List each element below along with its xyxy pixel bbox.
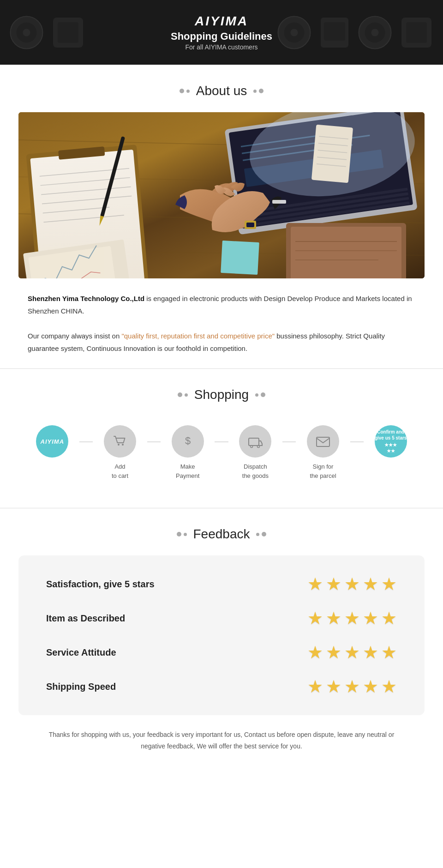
dispatch-icon [247, 434, 263, 449]
step-sign-label: Sign forthe parcel [310, 462, 336, 480]
svg-point-60 [122, 444, 124, 446]
feedback-title: Feedback [193, 527, 250, 542]
dot [261, 392, 265, 397]
dot [178, 392, 182, 397]
dot [259, 89, 263, 93]
star-5: ★ [381, 642, 397, 663]
step-payment-label: MakePayment [176, 462, 199, 480]
star-2: ★ [326, 676, 341, 697]
star-2: ★ [326, 608, 341, 628]
dot [262, 532, 266, 536]
about-highlight: "quality first, reputation first and com… [121, 332, 275, 340]
dots-right-feedback [256, 532, 266, 536]
feedback-row-shipping: Shipping Speed ★ ★ ★ ★ ★ [46, 676, 397, 697]
about-paragraph-1: Shenzhen Yima Technology Co.,Ltd is enga… [28, 292, 415, 317]
about-title: About us [196, 84, 247, 98]
confirm-text: Confirm andgive us 5 stars [375, 429, 407, 441]
brand-logo: AIYIMA [171, 14, 272, 29]
svg-rect-65 [317, 437, 329, 446]
speaker-icon-1 [9, 15, 44, 50]
cart-icon [112, 434, 128, 449]
header-center: AIYIMA Shopping Guidelines For all AIYIM… [171, 14, 272, 51]
feedback-row-service: Service Attitude ★ ★ ★ ★ ★ [46, 642, 397, 663]
header: AIYIMA Shopping Guidelines For all AIYIM… [0, 0, 443, 65]
feedback-label-service: Service Attitude [46, 647, 175, 658]
svg-rect-58 [246, 223, 254, 227]
step-brand: AIYIMA [18, 425, 86, 471]
star-3: ★ [344, 642, 360, 663]
star-1: ★ [307, 608, 323, 628]
divider-feedback [0, 508, 443, 508]
svg-point-64 [257, 446, 260, 448]
speaker-icon-3 [277, 15, 311, 50]
brand-icon-text: AIYIMA [41, 438, 65, 445]
brand-icon: AIYIMA [36, 425, 68, 458]
footer-text: Thanks for shopping with us, your feedba… [37, 729, 406, 752]
dots-left-feedback [177, 532, 187, 536]
dots-right [253, 89, 263, 93]
payment-icon: $ [180, 434, 196, 449]
feedback-label-satisfaction: Satisfaction, give 5 stars [46, 579, 175, 590]
step-dispatch-label: Dispatchthe goods [242, 462, 269, 480]
envelope-icon [315, 434, 331, 449]
payment-icon-circle: $ [172, 425, 204, 458]
svg-point-2 [23, 29, 30, 36]
confirm-icon-circle: Confirm andgive us 5 stars ★★★★★ [375, 425, 407, 458]
star-3: ★ [344, 676, 360, 697]
feedback-label-item: Item as Described [46, 613, 175, 624]
dot [256, 533, 259, 536]
feedback-section-header: Feedback [0, 527, 443, 542]
svg-point-12 [371, 29, 379, 36]
shopping-section-header: Shopping [0, 387, 443, 402]
divider-shopping [0, 368, 443, 369]
dots-left [180, 89, 190, 93]
svg-rect-43 [221, 241, 259, 275]
svg-rect-4 [58, 22, 78, 43]
dot [255, 393, 258, 397]
page-title: Shopping Guidelines [171, 30, 272, 42]
step-brand-label [52, 462, 54, 471]
about-image [18, 112, 425, 278]
speaker-icon-4 [358, 15, 392, 50]
step-confirm: Confirm andgive us 5 stars ★★★★★ [357, 425, 425, 471]
star-4: ★ [363, 608, 378, 628]
confirm-stars: ★★★★★ [384, 442, 397, 454]
feedback-row-item: Item as Described ★ ★ ★ ★ ★ [46, 608, 397, 628]
feedback-card: Satisfaction, give 5 stars ★ ★ ★ ★ ★ Ite… [18, 555, 425, 715]
feedback-stars-service: ★ ★ ★ ★ ★ [307, 642, 397, 663]
svg-rect-47 [291, 227, 401, 278]
star-2: ★ [326, 574, 341, 594]
divider-about [0, 65, 443, 65]
shopping-steps: AIYIMA Addto cart $ MakePayment [18, 416, 425, 489]
feedback-stars-satisfaction: ★ ★ ★ ★ ★ [307, 574, 397, 594]
dots-left-shopping [178, 392, 188, 397]
feedback-row-satisfaction: Satisfaction, give 5 stars ★ ★ ★ ★ ★ [46, 574, 397, 594]
dot [177, 532, 181, 536]
svg-text:$: $ [185, 435, 191, 446]
about-section-header: About us [0, 84, 443, 98]
dot [185, 393, 188, 397]
star-5: ★ [381, 676, 397, 697]
dot [180, 89, 184, 93]
svg-point-7 [291, 29, 298, 36]
star-3: ★ [344, 608, 360, 628]
star-4: ★ [363, 574, 378, 594]
handshake-illustration [18, 112, 425, 278]
feedback-stars-shipping: ★ ★ ★ ★ ★ [307, 676, 397, 697]
dots-right-shopping [255, 392, 265, 397]
device-icon-2 [399, 15, 434, 50]
svg-rect-42 [272, 200, 286, 204]
svg-rect-51 [311, 125, 353, 183]
star-1: ★ [307, 574, 323, 594]
step-sign: Sign forthe parcel [289, 425, 357, 480]
step-confirm-label [390, 462, 392, 471]
sign-icon-circle [307, 425, 339, 458]
star-5: ★ [381, 574, 397, 594]
company-name: Shenzhen Yima Technology Co.,Ltd [28, 295, 144, 302]
step-add-to-cart-label: Addto cart [112, 462, 128, 480]
dot [253, 90, 257, 93]
dot [184, 533, 187, 536]
svg-rect-14 [406, 22, 427, 43]
speaker-icon-2 [51, 15, 85, 50]
cart-icon-circle [104, 425, 136, 458]
